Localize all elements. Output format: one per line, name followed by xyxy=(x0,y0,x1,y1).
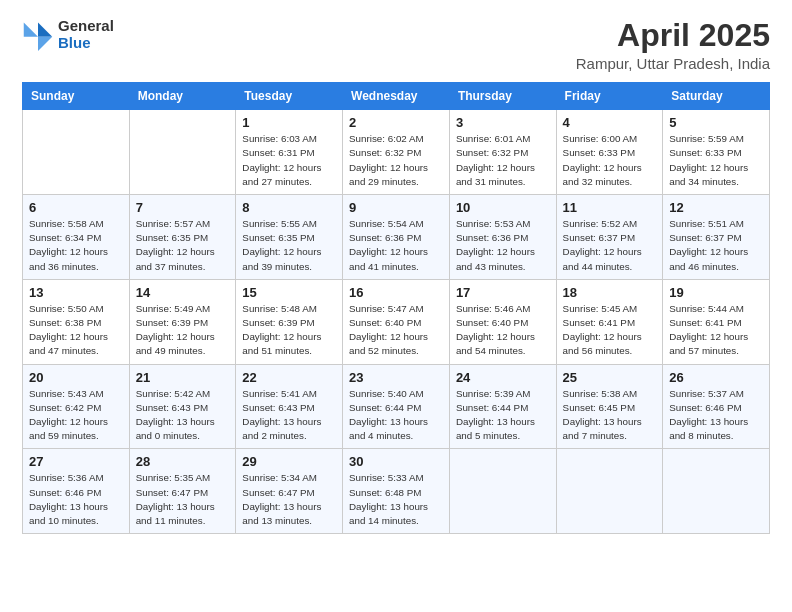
day-info: Sunrise: 6:01 AM Sunset: 6:32 PM Dayligh… xyxy=(456,133,535,187)
day-number: 27 xyxy=(29,454,123,469)
table-row: 10Sunrise: 5:53 AM Sunset: 6:36 PM Dayli… xyxy=(449,195,556,280)
calendar-week-row: 1Sunrise: 6:03 AM Sunset: 6:31 PM Daylig… xyxy=(23,110,770,195)
table-row: 22Sunrise: 5:41 AM Sunset: 6:43 PM Dayli… xyxy=(236,364,343,449)
table-row: 11Sunrise: 5:52 AM Sunset: 6:37 PM Dayli… xyxy=(556,195,663,280)
table-row: 2Sunrise: 6:02 AM Sunset: 6:32 PM Daylig… xyxy=(343,110,450,195)
day-number: 30 xyxy=(349,454,443,469)
day-info: Sunrise: 5:52 AM Sunset: 6:37 PM Dayligh… xyxy=(563,218,642,272)
day-info: Sunrise: 5:58 AM Sunset: 6:34 PM Dayligh… xyxy=(29,218,108,272)
header-thursday: Thursday xyxy=(449,83,556,110)
table-row: 21Sunrise: 5:42 AM Sunset: 6:43 PM Dayli… xyxy=(129,364,236,449)
table-row: 24Sunrise: 5:39 AM Sunset: 6:44 PM Dayli… xyxy=(449,364,556,449)
logo-text: General Blue xyxy=(58,18,114,51)
day-info: Sunrise: 5:33 AM Sunset: 6:48 PM Dayligh… xyxy=(349,472,428,526)
day-number: 7 xyxy=(136,200,230,215)
table-row: 27Sunrise: 5:36 AM Sunset: 6:46 PM Dayli… xyxy=(23,449,130,534)
table-row: 25Sunrise: 5:38 AM Sunset: 6:45 PM Dayli… xyxy=(556,364,663,449)
day-number: 23 xyxy=(349,370,443,385)
day-info: Sunrise: 6:02 AM Sunset: 6:32 PM Dayligh… xyxy=(349,133,428,187)
day-number: 26 xyxy=(669,370,763,385)
table-row: 28Sunrise: 5:35 AM Sunset: 6:47 PM Dayli… xyxy=(129,449,236,534)
day-info: Sunrise: 5:47 AM Sunset: 6:40 PM Dayligh… xyxy=(349,303,428,357)
day-info: Sunrise: 5:49 AM Sunset: 6:39 PM Dayligh… xyxy=(136,303,215,357)
table-row xyxy=(556,449,663,534)
day-number: 18 xyxy=(563,285,657,300)
day-number: 4 xyxy=(563,115,657,130)
table-row: 13Sunrise: 5:50 AM Sunset: 6:38 PM Dayli… xyxy=(23,279,130,364)
day-number: 5 xyxy=(669,115,763,130)
logo-icon xyxy=(22,19,54,51)
table-row: 5Sunrise: 5:59 AM Sunset: 6:33 PM Daylig… xyxy=(663,110,770,195)
header-sunday: Sunday xyxy=(23,83,130,110)
table-row: 20Sunrise: 5:43 AM Sunset: 6:42 PM Dayli… xyxy=(23,364,130,449)
day-info: Sunrise: 6:03 AM Sunset: 6:31 PM Dayligh… xyxy=(242,133,321,187)
table-row: 12Sunrise: 5:51 AM Sunset: 6:37 PM Dayli… xyxy=(663,195,770,280)
table-row xyxy=(23,110,130,195)
day-number: 1 xyxy=(242,115,336,130)
day-number: 6 xyxy=(29,200,123,215)
day-info: Sunrise: 5:41 AM Sunset: 6:43 PM Dayligh… xyxy=(242,388,321,442)
calendar-week-row: 13Sunrise: 5:50 AM Sunset: 6:38 PM Dayli… xyxy=(23,279,770,364)
day-info: Sunrise: 5:38 AM Sunset: 6:45 PM Dayligh… xyxy=(563,388,642,442)
day-number: 11 xyxy=(563,200,657,215)
day-number: 19 xyxy=(669,285,763,300)
calendar-week-row: 20Sunrise: 5:43 AM Sunset: 6:42 PM Dayli… xyxy=(23,364,770,449)
day-number: 13 xyxy=(29,285,123,300)
day-info: Sunrise: 5:51 AM Sunset: 6:37 PM Dayligh… xyxy=(669,218,748,272)
day-info: Sunrise: 5:34 AM Sunset: 6:47 PM Dayligh… xyxy=(242,472,321,526)
day-number: 20 xyxy=(29,370,123,385)
day-number: 3 xyxy=(456,115,550,130)
day-info: Sunrise: 5:44 AM Sunset: 6:41 PM Dayligh… xyxy=(669,303,748,357)
logo: General Blue xyxy=(22,18,114,51)
table-row: 9Sunrise: 5:54 AM Sunset: 6:36 PM Daylig… xyxy=(343,195,450,280)
table-row xyxy=(129,110,236,195)
header-tuesday: Tuesday xyxy=(236,83,343,110)
table-row: 8Sunrise: 5:55 AM Sunset: 6:35 PM Daylig… xyxy=(236,195,343,280)
day-info: Sunrise: 6:00 AM Sunset: 6:33 PM Dayligh… xyxy=(563,133,642,187)
calendar-week-row: 27Sunrise: 5:36 AM Sunset: 6:46 PM Dayli… xyxy=(23,449,770,534)
day-info: Sunrise: 5:43 AM Sunset: 6:42 PM Dayligh… xyxy=(29,388,108,442)
header-friday: Friday xyxy=(556,83,663,110)
table-row: 4Sunrise: 6:00 AM Sunset: 6:33 PM Daylig… xyxy=(556,110,663,195)
day-number: 29 xyxy=(242,454,336,469)
table-row: 23Sunrise: 5:40 AM Sunset: 6:44 PM Dayli… xyxy=(343,364,450,449)
day-info: Sunrise: 5:53 AM Sunset: 6:36 PM Dayligh… xyxy=(456,218,535,272)
table-row: 6Sunrise: 5:58 AM Sunset: 6:34 PM Daylig… xyxy=(23,195,130,280)
svg-marker-2 xyxy=(24,22,38,36)
day-number: 22 xyxy=(242,370,336,385)
calendar-table: Sunday Monday Tuesday Wednesday Thursday… xyxy=(22,82,770,534)
day-number: 28 xyxy=(136,454,230,469)
day-number: 17 xyxy=(456,285,550,300)
day-info: Sunrise: 5:35 AM Sunset: 6:47 PM Dayligh… xyxy=(136,472,215,526)
table-row: 16Sunrise: 5:47 AM Sunset: 6:40 PM Dayli… xyxy=(343,279,450,364)
day-info: Sunrise: 5:39 AM Sunset: 6:44 PM Dayligh… xyxy=(456,388,535,442)
day-number: 12 xyxy=(669,200,763,215)
day-number: 16 xyxy=(349,285,443,300)
day-number: 14 xyxy=(136,285,230,300)
calendar-header-row: Sunday Monday Tuesday Wednesday Thursday… xyxy=(23,83,770,110)
table-row: 7Sunrise: 5:57 AM Sunset: 6:35 PM Daylig… xyxy=(129,195,236,280)
day-info: Sunrise: 5:55 AM Sunset: 6:35 PM Dayligh… xyxy=(242,218,321,272)
day-number: 9 xyxy=(349,200,443,215)
day-info: Sunrise: 5:46 AM Sunset: 6:40 PM Dayligh… xyxy=(456,303,535,357)
table-row: 1Sunrise: 6:03 AM Sunset: 6:31 PM Daylig… xyxy=(236,110,343,195)
title-section: April 2025 Rampur, Uttar Pradesh, India xyxy=(576,18,770,72)
table-row xyxy=(663,449,770,534)
table-row: 15Sunrise: 5:48 AM Sunset: 6:39 PM Dayli… xyxy=(236,279,343,364)
svg-marker-0 xyxy=(38,22,52,36)
table-row xyxy=(449,449,556,534)
table-row: 3Sunrise: 6:01 AM Sunset: 6:32 PM Daylig… xyxy=(449,110,556,195)
day-number: 15 xyxy=(242,285,336,300)
day-info: Sunrise: 5:57 AM Sunset: 6:35 PM Dayligh… xyxy=(136,218,215,272)
header-saturday: Saturday xyxy=(663,83,770,110)
header-monday: Monday xyxy=(129,83,236,110)
day-info: Sunrise: 5:40 AM Sunset: 6:44 PM Dayligh… xyxy=(349,388,428,442)
day-info: Sunrise: 5:59 AM Sunset: 6:33 PM Dayligh… xyxy=(669,133,748,187)
day-number: 25 xyxy=(563,370,657,385)
day-info: Sunrise: 5:54 AM Sunset: 6:36 PM Dayligh… xyxy=(349,218,428,272)
table-row: 26Sunrise: 5:37 AM Sunset: 6:46 PM Dayli… xyxy=(663,364,770,449)
day-info: Sunrise: 5:48 AM Sunset: 6:39 PM Dayligh… xyxy=(242,303,321,357)
page: General Blue April 2025 Rampur, Uttar Pr… xyxy=(0,0,792,612)
day-info: Sunrise: 5:45 AM Sunset: 6:41 PM Dayligh… xyxy=(563,303,642,357)
day-info: Sunrise: 5:36 AM Sunset: 6:46 PM Dayligh… xyxy=(29,472,108,526)
